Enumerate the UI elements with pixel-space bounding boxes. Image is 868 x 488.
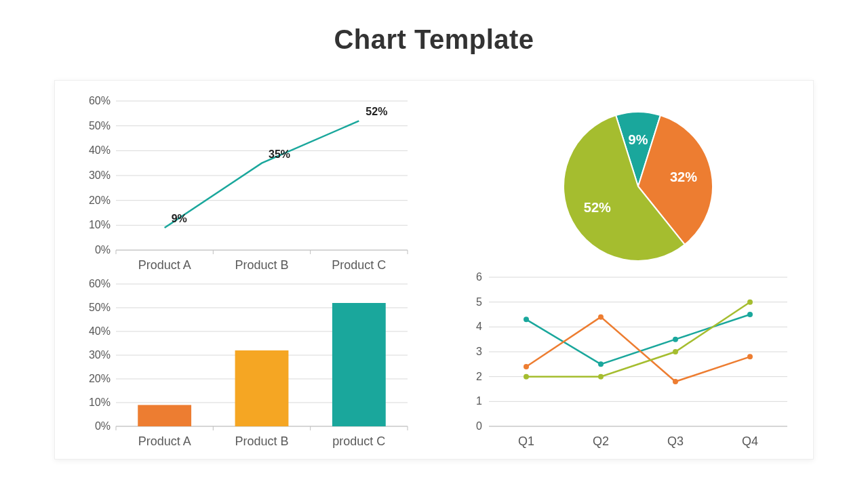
data-point xyxy=(747,312,753,317)
line-chart-quarters: 0123456Q1Q2Q3Q4 xyxy=(448,270,801,453)
y-tick-label: 2 xyxy=(476,371,482,382)
data-point xyxy=(673,337,678,342)
y-tick-label: 50% xyxy=(89,120,111,131)
data-point xyxy=(598,314,604,320)
y-tick-label: 5 xyxy=(476,296,482,308)
data-point xyxy=(524,374,529,380)
x-tick-label: Q2 xyxy=(593,434,609,448)
y-tick-label: 20% xyxy=(89,373,111,384)
bar xyxy=(138,405,191,427)
y-tick-label: 6 xyxy=(476,271,482,283)
y-tick-label: 60% xyxy=(89,95,111,106)
pie-label: 52% xyxy=(584,200,611,215)
x-tick-label: Product C xyxy=(332,258,386,272)
x-tick-label: Q3 xyxy=(667,434,684,448)
data-point xyxy=(524,364,529,369)
chart-panel: 0%10%20%30%40%50%60%Product AProduct BPr… xyxy=(54,80,814,460)
y-tick-label: 3 xyxy=(476,346,482,357)
data-point xyxy=(673,349,678,354)
y-tick-label: 10% xyxy=(89,396,111,408)
data-label: 52% xyxy=(366,106,387,117)
x-tick-label: Product B xyxy=(235,434,288,448)
y-tick-label: 40% xyxy=(89,144,111,156)
y-tick-label: 50% xyxy=(89,302,111,313)
y-tick-label: 30% xyxy=(89,349,111,361)
y-tick-label: 20% xyxy=(89,195,111,206)
y-tick-label: 60% xyxy=(89,278,111,289)
data-point xyxy=(747,300,753,305)
pie-label: 32% xyxy=(670,169,697,184)
line-series xyxy=(165,121,359,228)
x-tick-label: Q1 xyxy=(518,434,534,448)
y-tick-label: 0% xyxy=(95,420,111,432)
data-label: 35% xyxy=(269,148,290,160)
data-point xyxy=(673,379,678,384)
x-tick-label: Product B xyxy=(235,258,288,272)
line-chart-products: 0%10%20%30%40%50%60%Product AProduct BPr… xyxy=(68,87,421,277)
x-tick-label: product C xyxy=(332,434,385,448)
pie-label: 9% xyxy=(629,132,648,147)
x-tick-label: Q4 xyxy=(742,434,758,448)
y-tick-label: 10% xyxy=(89,219,111,230)
y-tick-label: 1 xyxy=(476,395,482,407)
data-point xyxy=(524,317,529,322)
y-tick-label: 0 xyxy=(476,420,482,432)
x-tick-label: Product A xyxy=(138,434,191,448)
data-label: 9% xyxy=(172,213,187,224)
y-tick-label: 4 xyxy=(476,321,482,332)
pie-chart: 9%32%52% xyxy=(496,87,781,277)
bar xyxy=(235,350,289,426)
x-tick-label: Product A xyxy=(138,258,191,272)
page-title: Chart Template xyxy=(0,24,868,55)
data-point xyxy=(747,354,753,359)
bar xyxy=(332,303,386,426)
bar-chart-products: 0%10%20%30%40%50%60%Product AProduct Bpr… xyxy=(68,277,421,453)
y-tick-label: 0% xyxy=(95,244,111,256)
line-series xyxy=(526,314,750,364)
data-point xyxy=(598,374,604,380)
y-tick-label: 40% xyxy=(89,325,111,337)
y-tick-label: 30% xyxy=(89,169,111,181)
data-point xyxy=(598,361,604,367)
